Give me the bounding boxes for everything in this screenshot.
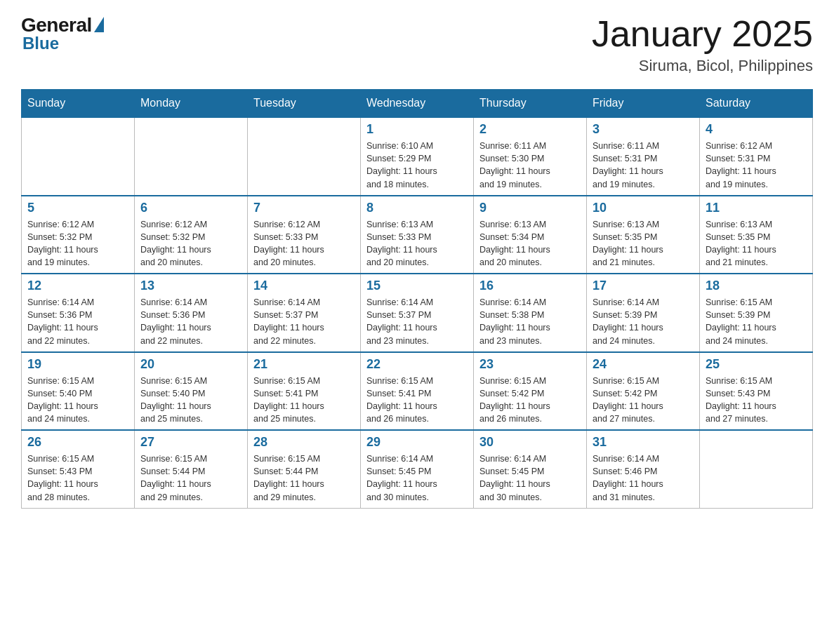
day-number: 21: [253, 357, 355, 372]
day-number: 15: [366, 279, 468, 293]
page-header: General Blue January 2025 Siruma, Bicol,…: [21, 14, 813, 75]
calendar-cell: 7Sunrise: 6:12 AMSunset: 5:33 PMDaylight…: [248, 196, 361, 274]
calendar-cell: 21Sunrise: 6:15 AMSunset: 5:41 PMDayligh…: [248, 352, 361, 431]
day-number: 23: [479, 357, 581, 372]
calendar-cell: 18Sunrise: 6:15 AMSunset: 5:39 PMDayligh…: [700, 274, 813, 352]
column-header-sunday: Sunday: [22, 90, 135, 118]
calendar-cell: 5Sunrise: 6:12 AMSunset: 5:32 PMDaylight…: [22, 196, 135, 274]
day-info: Sunrise: 6:14 AMSunset: 5:45 PMDaylight:…: [366, 452, 468, 504]
day-info: Sunrise: 6:14 AMSunset: 5:36 PMDaylight:…: [27, 296, 128, 347]
day-number: 28: [253, 435, 355, 450]
day-info: Sunrise: 6:15 AMSunset: 5:40 PMDaylight:…: [140, 375, 241, 426]
week-row-3: 12Sunrise: 6:14 AMSunset: 5:36 PMDayligh…: [22, 274, 813, 352]
calendar-cell: 27Sunrise: 6:15 AMSunset: 5:44 PMDayligh…: [135, 430, 248, 508]
calendar-cell: 19Sunrise: 6:15 AMSunset: 5:40 PMDayligh…: [22, 352, 135, 431]
day-number: 10: [593, 201, 694, 215]
day-info: Sunrise: 6:14 AMSunset: 5:39 PMDaylight:…: [593, 296, 694, 347]
week-row-5: 26Sunrise: 6:15 AMSunset: 5:43 PMDayligh…: [22, 430, 813, 508]
calendar-cell: 17Sunrise: 6:14 AMSunset: 5:39 PMDayligh…: [587, 274, 700, 352]
main-title: January 2025: [592, 14, 813, 54]
day-info: Sunrise: 6:15 AMSunset: 5:43 PMDaylight:…: [706, 375, 807, 426]
column-header-tuesday: Tuesday: [248, 90, 361, 118]
column-header-thursday: Thursday: [474, 90, 587, 118]
day-info: Sunrise: 6:12 AMSunset: 5:31 PMDaylight:…: [706, 140, 807, 191]
day-info: Sunrise: 6:11 AMSunset: 5:31 PMDaylight:…: [593, 140, 694, 191]
calendar-cell: [700, 430, 813, 508]
day-info: Sunrise: 6:13 AMSunset: 5:35 PMDaylight:…: [593, 218, 694, 269]
day-number: 18: [706, 279, 807, 293]
calendar-cell: 13Sunrise: 6:14 AMSunset: 5:36 PMDayligh…: [135, 274, 248, 352]
calendar-cell: 12Sunrise: 6:14 AMSunset: 5:36 PMDayligh…: [22, 274, 135, 352]
calendar-cell: 8Sunrise: 6:13 AMSunset: 5:33 PMDaylight…: [361, 196, 474, 274]
logo-blue-text: Blue: [22, 34, 59, 53]
calendar-cell: [22, 117, 135, 196]
day-info: Sunrise: 6:14 AMSunset: 5:38 PMDaylight:…: [479, 296, 581, 347]
day-number: 9: [479, 201, 581, 215]
day-info: Sunrise: 6:15 AMSunset: 5:40 PMDaylight:…: [27, 375, 128, 426]
calendar-cell: 22Sunrise: 6:15 AMSunset: 5:41 PMDayligh…: [361, 352, 474, 431]
day-info: Sunrise: 6:13 AMSunset: 5:33 PMDaylight:…: [366, 218, 468, 269]
title-section: January 2025 Siruma, Bicol, Philippines: [592, 14, 813, 75]
day-number: 14: [253, 279, 355, 293]
calendar-cell: 11Sunrise: 6:13 AMSunset: 5:35 PMDayligh…: [700, 196, 813, 274]
day-number: 17: [593, 279, 694, 293]
calendar-cell: 15Sunrise: 6:14 AMSunset: 5:37 PMDayligh…: [361, 274, 474, 352]
calendar-cell: 9Sunrise: 6:13 AMSunset: 5:34 PMDaylight…: [474, 196, 587, 274]
day-info: Sunrise: 6:15 AMSunset: 5:44 PMDaylight:…: [140, 452, 241, 504]
day-number: 27: [140, 435, 241, 450]
calendar-cell: [248, 117, 361, 196]
calendar-cell: 23Sunrise: 6:15 AMSunset: 5:42 PMDayligh…: [474, 352, 587, 431]
calendar-table: SundayMondayTuesdayWednesdayThursdayFrid…: [21, 89, 813, 509]
day-number: 25: [706, 357, 807, 372]
day-number: 13: [140, 279, 241, 293]
day-info: Sunrise: 6:10 AMSunset: 5:29 PMDaylight:…: [366, 140, 468, 191]
calendar-cell: 24Sunrise: 6:15 AMSunset: 5:42 PMDayligh…: [587, 352, 700, 431]
day-info: Sunrise: 6:14 AMSunset: 5:36 PMDaylight:…: [140, 296, 241, 347]
calendar-cell: 29Sunrise: 6:14 AMSunset: 5:45 PMDayligh…: [361, 430, 474, 508]
day-info: Sunrise: 6:11 AMSunset: 5:30 PMDaylight:…: [479, 140, 581, 191]
day-info: Sunrise: 6:12 AMSunset: 5:32 PMDaylight:…: [140, 218, 241, 269]
day-info: Sunrise: 6:14 AMSunset: 5:37 PMDaylight:…: [366, 296, 468, 347]
day-info: Sunrise: 6:15 AMSunset: 5:42 PMDaylight:…: [593, 375, 694, 426]
day-info: Sunrise: 6:15 AMSunset: 5:43 PMDaylight:…: [27, 452, 128, 504]
calendar-cell: 10Sunrise: 6:13 AMSunset: 5:35 PMDayligh…: [587, 196, 700, 274]
calendar-cell: 2Sunrise: 6:11 AMSunset: 5:30 PMDaylight…: [474, 117, 587, 196]
day-number: 2: [479, 122, 581, 137]
calendar-cell: 6Sunrise: 6:12 AMSunset: 5:32 PMDaylight…: [135, 196, 248, 274]
day-number: 12: [27, 279, 128, 293]
day-info: Sunrise: 6:13 AMSunset: 5:35 PMDaylight:…: [706, 218, 807, 269]
day-number: 26: [27, 435, 128, 450]
day-info: Sunrise: 6:14 AMSunset: 5:46 PMDaylight:…: [593, 452, 694, 504]
day-number: 19: [27, 357, 128, 372]
calendar-cell: 26Sunrise: 6:15 AMSunset: 5:43 PMDayligh…: [22, 430, 135, 508]
week-row-1: 1Sunrise: 6:10 AMSunset: 5:29 PMDaylight…: [22, 117, 813, 196]
calendar-cell: 28Sunrise: 6:15 AMSunset: 5:44 PMDayligh…: [248, 430, 361, 508]
calendar-cell: 4Sunrise: 6:12 AMSunset: 5:31 PMDaylight…: [700, 117, 813, 196]
week-row-2: 5Sunrise: 6:12 AMSunset: 5:32 PMDaylight…: [22, 196, 813, 274]
day-info: Sunrise: 6:15 AMSunset: 5:39 PMDaylight:…: [706, 296, 807, 347]
calendar-cell: [135, 117, 248, 196]
column-header-saturday: Saturday: [700, 90, 813, 118]
calendar-cell: 16Sunrise: 6:14 AMSunset: 5:38 PMDayligh…: [474, 274, 587, 352]
day-number: 7: [253, 201, 355, 215]
calendar-cell: 25Sunrise: 6:15 AMSunset: 5:43 PMDayligh…: [700, 352, 813, 431]
day-number: 31: [593, 435, 694, 450]
day-number: 1: [366, 122, 468, 137]
day-number: 11: [706, 201, 807, 215]
day-number: 5: [27, 201, 128, 215]
day-info: Sunrise: 6:14 AMSunset: 5:37 PMDaylight:…: [253, 296, 355, 347]
calendar-header-row: SundayMondayTuesdayWednesdayThursdayFrid…: [22, 90, 813, 118]
calendar-cell: 1Sunrise: 6:10 AMSunset: 5:29 PMDaylight…: [361, 117, 474, 196]
subtitle: Siruma, Bicol, Philippines: [592, 57, 813, 75]
day-number: 24: [593, 357, 694, 372]
calendar-cell: 14Sunrise: 6:14 AMSunset: 5:37 PMDayligh…: [248, 274, 361, 352]
calendar-cell: 30Sunrise: 6:14 AMSunset: 5:45 PMDayligh…: [474, 430, 587, 508]
day-number: 16: [479, 279, 581, 293]
day-number: 30: [479, 435, 581, 450]
column-header-friday: Friday: [587, 90, 700, 118]
day-info: Sunrise: 6:13 AMSunset: 5:34 PMDaylight:…: [479, 218, 581, 269]
calendar-cell: 31Sunrise: 6:14 AMSunset: 5:46 PMDayligh…: [587, 430, 700, 508]
day-number: 8: [366, 201, 468, 215]
day-number: 4: [706, 122, 807, 137]
day-number: 3: [593, 122, 694, 137]
